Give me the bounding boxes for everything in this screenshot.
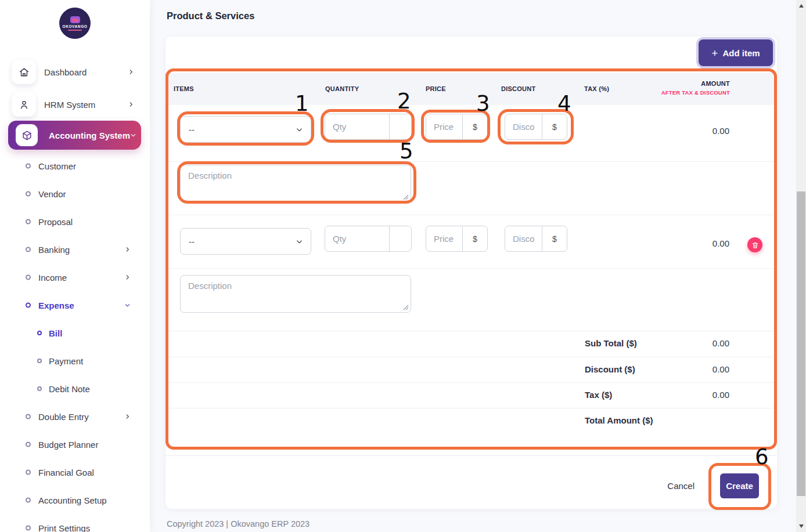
sidebar-item-label: Banking <box>38 245 70 255</box>
circle-icon <box>26 191 31 197</box>
sidebar-item-label: Budget Planner <box>38 440 98 450</box>
add-item-button[interactable]: Add item <box>699 39 773 66</box>
sidebar-submenu: Customer Vendor Proposal Banking Income <box>0 152 150 532</box>
item-select-value: -- <box>189 237 195 247</box>
sidebar-item-accounting-system[interactable]: Accounting System <box>8 121 141 150</box>
chevron-right-icon <box>124 274 131 281</box>
description-textarea-2[interactable] <box>180 275 411 313</box>
sidebar-item-hrm-system[interactable]: HRM System <box>0 88 150 121</box>
sidebar-item-label: Proposal <box>38 217 73 227</box>
item-select-1[interactable]: -- <box>180 116 311 143</box>
logo-wrap: OKOVANGO <box>0 0 150 56</box>
currency-addon: $ <box>462 226 487 251</box>
sidebar-item-proposal[interactable]: Proposal <box>0 208 150 236</box>
sidebar: OKOVANGO Dashboard HRM System Accounting… <box>0 0 150 532</box>
quantity-group-2 <box>325 226 412 252</box>
quantity-input-1[interactable] <box>325 114 389 139</box>
sidebar-item-budget-planner[interactable]: Budget Planner <box>0 430 150 458</box>
sidebar-item-label: Bill <box>49 328 62 338</box>
description-row-2 <box>165 268 777 331</box>
sidebar-item-income[interactable]: Income <box>0 263 150 291</box>
resize-grip-icon[interactable] <box>402 194 409 200</box>
sidebar-item-label: HRM System <box>44 100 95 110</box>
vertical-scrollbar[interactable] <box>796 0 806 532</box>
discount-total-value: 0.00 <box>713 364 729 374</box>
scrollbar-thumb[interactable] <box>797 191 805 496</box>
subtotal-value: 0.00 <box>713 338 729 348</box>
circle-icon <box>26 442 31 447</box>
logo-text: OKOVANGO <box>63 24 88 28</box>
sidebar-item-print-settings[interactable]: Print Settings <box>0 514 150 532</box>
col-header-amount: AMOUNT AFTER TAX & DISCOUNT <box>661 80 730 96</box>
sidebar-item-debit-note[interactable]: Debit Note <box>0 375 150 403</box>
add-item-label: Add item <box>722 48 760 58</box>
subtotal-label: Sub Total ($) <box>585 338 637 348</box>
chevron-right-icon <box>124 247 131 253</box>
home-icon <box>12 60 36 84</box>
sidebar-item-label: Accounting System <box>49 131 130 140</box>
scroll-down-icon[interactable] <box>796 522 806 531</box>
brand-logo[interactable]: OKOVANGO <box>59 8 91 39</box>
price-input-2[interactable] <box>426 226 462 251</box>
circle-icon <box>26 414 31 419</box>
item-select-2[interactable]: -- <box>180 228 311 255</box>
item-row-1: -- $ $ 0.00 <box>165 105 777 161</box>
discount-group-2: $ <box>505 226 567 252</box>
circle-icon <box>26 470 31 475</box>
spacer <box>165 434 777 455</box>
sidebar-item-label: Print Settings <box>38 523 90 532</box>
quantity-spinner-zone <box>389 114 411 139</box>
sidebar-item-dashboard[interactable]: Dashboard <box>0 56 150 88</box>
chevron-right-icon <box>128 102 134 108</box>
cancel-button[interactable]: Cancel <box>667 481 695 491</box>
circle-icon <box>37 359 42 363</box>
discount-input-1[interactable] <box>505 114 542 139</box>
col-header-amount-sub: AFTER TAX & DISCOUNT <box>661 89 730 96</box>
sidebar-item-label: Dashboard <box>44 67 87 77</box>
discount-group-1: $ <box>505 114 567 140</box>
discount-total-label: Discount ($) <box>585 364 635 374</box>
sidebar-item-double-entry[interactable]: Double Entry <box>0 403 150 430</box>
sidebar-item-expense[interactable]: Expense <box>0 291 150 319</box>
sidebar-item-bill[interactable]: Bill <box>0 319 150 347</box>
chevron-down-icon <box>296 238 303 245</box>
quantity-spinner-zone <box>389 226 411 251</box>
sidebar-item-label: Double Entry <box>38 412 89 422</box>
hippo-logo-icon <box>70 16 80 23</box>
sidebar-item-label: Vendor <box>38 189 66 199</box>
circle-icon <box>26 247 31 252</box>
sidebar-item-financial-goal[interactable]: Financial Goal <box>0 458 150 486</box>
sidebar-item-banking[interactable]: Banking <box>0 236 150 263</box>
product-services-card: Add item ITEMS QUANTITY PRICE DISCOUNT T… <box>165 37 777 509</box>
user-icon <box>12 92 36 117</box>
resize-grip-icon[interactable] <box>402 304 409 310</box>
sidebar-item-label: Debit Note <box>49 384 90 394</box>
scroll-up-icon[interactable] <box>796 1 806 10</box>
col-header-items: ITEMS <box>174 85 194 92</box>
delete-row-button[interactable] <box>747 237 762 252</box>
sidebar-item-label: Accounting Setup <box>38 495 107 505</box>
copyright-text: Copyright 2023 | Okovango ERP 2023 <box>167 519 310 529</box>
create-button[interactable]: Create <box>720 473 759 498</box>
sidebar-item-customer[interactable]: Customer <box>0 152 150 180</box>
discount-input-2[interactable] <box>505 226 542 251</box>
quantity-input-2[interactable] <box>325 226 389 251</box>
sidebar-item-label: Payment <box>49 356 83 366</box>
description-textarea-1[interactable] <box>180 165 411 202</box>
circle-icon <box>26 219 31 225</box>
subtotal-row: Sub Total ($) 0.00 <box>165 331 777 357</box>
chevron-down-icon <box>130 132 136 139</box>
tax-total-value: 0.00 <box>713 390 729 400</box>
col-header-price: PRICE <box>426 85 446 92</box>
description-row-1 <box>165 161 777 215</box>
sidebar-item-accounting-setup[interactable]: Accounting Setup <box>0 486 150 514</box>
item-row-2: -- $ $ 0.00 <box>165 215 777 268</box>
cube-icon <box>16 124 38 146</box>
sidebar-item-vendor[interactable]: Vendor <box>0 180 150 208</box>
tax-total-row: Tax ($) 0.00 <box>165 382 777 408</box>
plus-icon <box>711 48 718 59</box>
price-input-1[interactable] <box>426 114 462 139</box>
currency-addon: $ <box>462 114 487 139</box>
tax-total-label: Tax ($) <box>585 390 612 400</box>
sidebar-item-payment[interactable]: Payment <box>0 347 150 375</box>
